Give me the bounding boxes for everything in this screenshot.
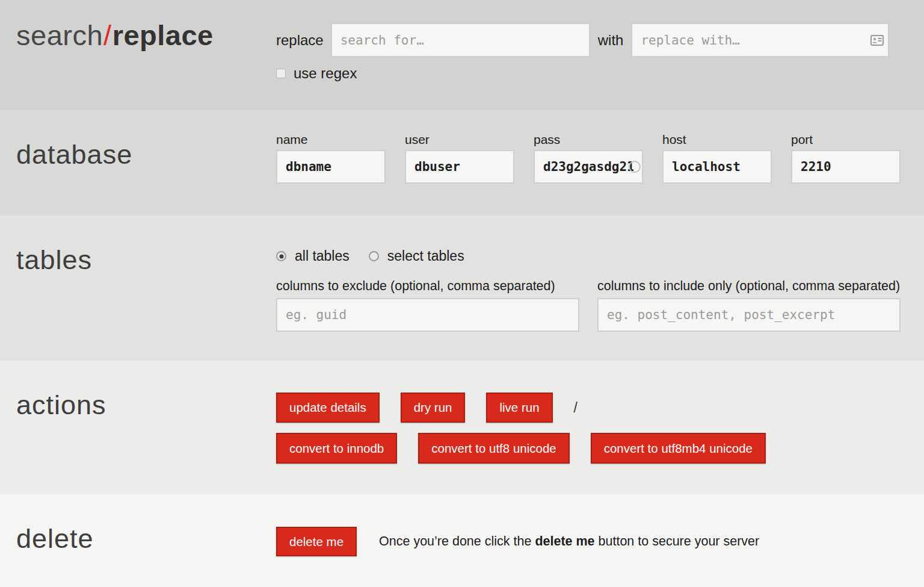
db-pass-field-group: pass	[534, 132, 643, 184]
delete-me-button[interactable]: delete me	[276, 527, 357, 556]
section-search-replace: search/replace replace with	[0, 0, 924, 110]
select-tables-label: select tables	[387, 248, 464, 264]
delete-note-prefix: Once you’re done click the	[379, 534, 535, 548]
contact-card-icon[interactable]	[870, 35, 884, 46]
columns-include-label: columns to include only (optional, comma…	[597, 279, 900, 294]
db-user-field-group: user	[405, 132, 514, 184]
logo-search-text: search	[16, 19, 103, 51]
columns-exclude-input[interactable]	[276, 298, 579, 332]
db-name-label: name	[276, 132, 386, 147]
run-separator: /	[574, 400, 578, 416]
db-pass-label: pass	[534, 132, 643, 147]
section-tables: tables all tables select tables columns …	[0, 216, 924, 361]
columns-include-input[interactable]	[597, 298, 901, 332]
section-database: database name user pass	[0, 110, 924, 216]
logo-slash: /	[103, 19, 112, 51]
delete-note-bold: delete me	[535, 534, 594, 548]
with-label: with	[598, 32, 624, 49]
db-host-label: host	[662, 132, 772, 147]
delete-note-suffix: button to secure your server	[595, 534, 760, 548]
use-regex-checkbox[interactable]	[276, 69, 286, 78]
update-details-button[interactable]: update details	[276, 393, 380, 423]
db-pass-input[interactable]	[534, 150, 643, 184]
replace-label: replace	[276, 32, 324, 49]
use-regex-label: use regex	[294, 65, 357, 82]
convert-innodb-button[interactable]: convert to innodb	[276, 433, 397, 464]
convert-utf8-button[interactable]: convert to utf8 unicode	[418, 433, 569, 464]
all-tables-label: all tables	[295, 248, 350, 264]
db-port-input[interactable]	[791, 150, 901, 184]
db-port-field-group: port	[791, 132, 901, 184]
db-host-field-group: host	[662, 132, 772, 184]
db-name-input[interactable]	[276, 150, 386, 184]
delete-note: Once you’re done click the delete me but…	[379, 534, 759, 549]
all-tables-radio[interactable]	[276, 251, 286, 261]
db-user-label: user	[405, 132, 514, 147]
search-replace-db-page: search/replace replace with	[0, 0, 924, 587]
convert-utf8mb4-button[interactable]: convert to utf8mb4 unicode	[591, 433, 766, 464]
database-heading: database	[16, 139, 276, 170]
app-logo: search/replace	[16, 19, 276, 52]
db-port-label: port	[791, 132, 901, 147]
delete-heading: delete	[16, 523, 276, 554]
logo-replace-text: replace	[112, 19, 214, 51]
actions-heading: actions	[16, 390, 276, 421]
dry-run-button[interactable]: dry run	[401, 393, 466, 423]
search-for-input[interactable]	[331, 23, 590, 57]
section-actions: actions update details dry run live run …	[0, 361, 924, 494]
db-host-input[interactable]	[662, 150, 772, 184]
db-user-input[interactable]	[405, 150, 514, 184]
columns-exclude-label: columns to exclude (optional, comma sepa…	[276, 279, 597, 294]
replace-with-input[interactable]	[631, 23, 889, 57]
db-name-field-group: name	[276, 132, 386, 184]
select-tables-radio[interactable]	[369, 251, 379, 261]
live-run-button[interactable]: live run	[486, 393, 552, 423]
tables-heading: tables	[16, 244, 276, 276]
section-delete: delete delete me Once you’re done click …	[0, 494, 924, 587]
